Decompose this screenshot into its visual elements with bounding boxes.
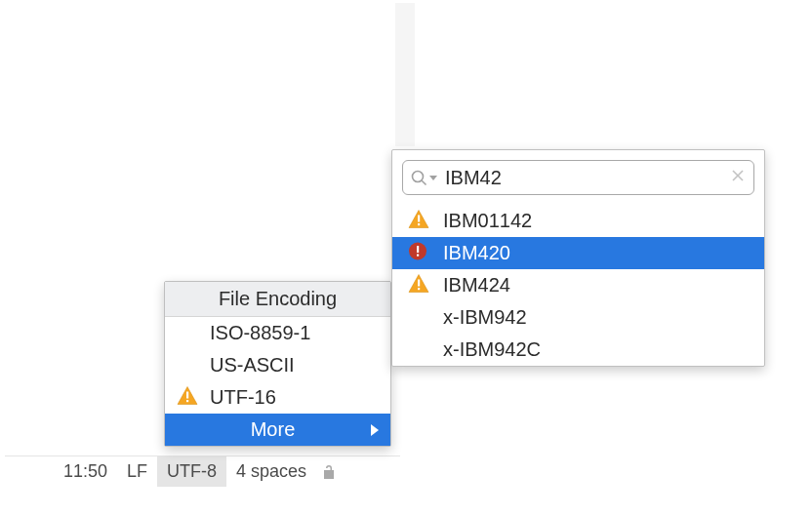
encoding-item-label: More: [251, 418, 296, 441]
warning-icon: [177, 385, 198, 410]
search-row: [392, 150, 764, 205]
warning-icon: [408, 209, 429, 233]
svg-rect-9: [417, 246, 419, 253]
file-encoding-popup: File Encoding ISO-8859-1 US-ASCII UTF-16…: [164, 281, 391, 447]
warning-icon: [408, 273, 429, 297]
submenu-arrow-icon: [371, 424, 379, 436]
encoding-result-label: x-IBM942C: [443, 338, 541, 361]
svg-rect-1: [186, 400, 188, 402]
encoding-item-iso-8859-1[interactable]: ISO-8859-1: [165, 317, 390, 349]
svg-rect-7: [418, 223, 420, 225]
status-lock[interactable]: [316, 456, 342, 487]
status-indent[interactable]: 4 spaces: [226, 456, 316, 487]
status-encoding[interactable]: UTF-8: [157, 456, 226, 487]
svg-rect-12: [418, 288, 420, 290]
encoding-result-label: IBM420: [443, 242, 510, 264]
status-bar: 11:50 LF UTF-8 4 spaces: [5, 456, 400, 487]
encoding-popup-title: File Encoding: [165, 282, 390, 317]
svg-point-2: [413, 171, 424, 181]
svg-rect-0: [186, 391, 188, 398]
unlock-icon: [322, 464, 336, 480]
search-icon[interactable]: [411, 170, 437, 186]
encoding-item-label: UTF-16: [210, 386, 276, 409]
encoding-result-ibm420[interactable]: IBM420: [392, 237, 764, 269]
scrollbar-track[interactable]: [395, 3, 415, 146]
encoding-item-us-ascii[interactable]: US-ASCII: [165, 349, 390, 381]
encoding-item-more[interactable]: More: [165, 414, 390, 446]
encoding-result-ibm424[interactable]: IBM424: [392, 269, 764, 301]
svg-line-3: [422, 180, 426, 184]
search-input[interactable]: [437, 167, 730, 189]
encoding-item-label: ISO-8859-1: [210, 322, 310, 344]
encoding-result-ibm01142[interactable]: IBM01142: [392, 205, 764, 237]
encoding-more-popup: IBM01142 IBM420 IBM424 x-IBM942 x-IBM942…: [391, 149, 765, 367]
encoding-result-x-ibm942c[interactable]: x-IBM942C: [392, 334, 764, 366]
encoding-item-utf-16[interactable]: UTF-16: [165, 381, 390, 414]
svg-rect-11: [418, 279, 420, 286]
search-dropdown-icon: [429, 176, 437, 180]
svg-rect-10: [417, 254, 419, 256]
encoding-item-label: US-ASCII: [210, 354, 295, 376]
encoding-result-label: IBM01142: [443, 210, 532, 232]
encoding-result-label: IBM424: [443, 274, 510, 297]
status-time[interactable]: 11:50: [5, 456, 117, 487]
encoding-result-label: x-IBM942: [443, 306, 527, 329]
svg-rect-6: [418, 215, 420, 221]
encoding-result-x-ibm942[interactable]: x-IBM942: [392, 301, 764, 334]
error-icon: [408, 241, 427, 265]
status-line-ending[interactable]: LF: [117, 456, 157, 487]
clear-icon[interactable]: [730, 168, 746, 187]
search-box[interactable]: [402, 160, 754, 195]
